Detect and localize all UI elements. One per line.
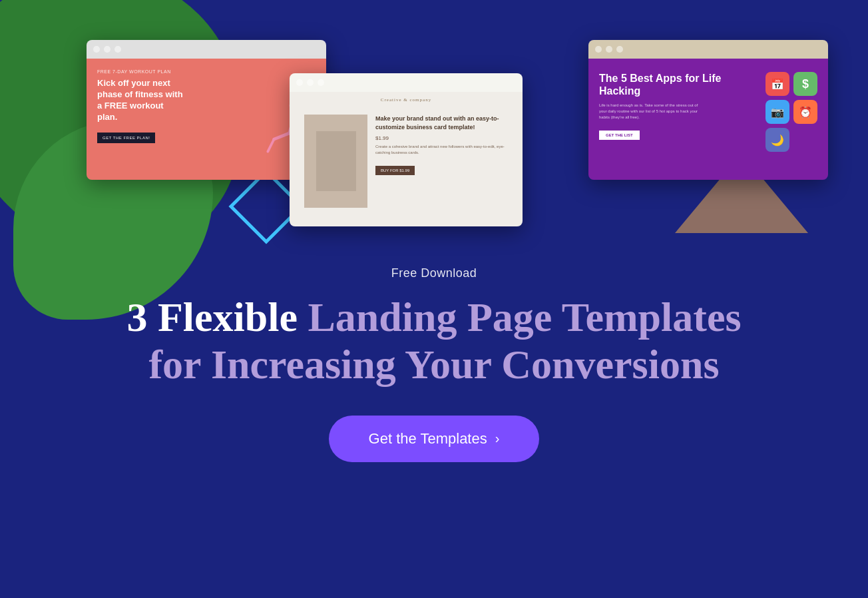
browser-mockups-container: FREE 7-DAY WORKOUT PLAN Kick off your ne…: [0, 0, 868, 253]
fitness-cta-button: GET THE FREE PLAN!: [97, 133, 155, 143]
apps-title: The 5 Best Apps for Life Hacking: [599, 72, 752, 97]
browser-dot-9: [616, 46, 623, 53]
browser-titlebar-business: [290, 73, 523, 92]
app-icon-alarm: ⏰: [793, 100, 817, 124]
browser-apps-content: The 5 Best Apps for Life Hacking Life is…: [588, 59, 828, 180]
main-content: FREE 7-DAY WORKOUT PLAN Kick off your ne…: [0, 0, 868, 598]
browser-business-content: Creative & company Make your brand stand…: [290, 92, 523, 226]
cta-chevron-icon: ›: [495, 431, 500, 446]
apps-subtitle: Life is hard enough as is. Take some of …: [599, 103, 706, 121]
business-price: $1.99: [375, 135, 508, 141]
free-download-label: Free Download: [126, 266, 741, 280]
heading-part2-highlighted: Landing Page Templates: [308, 294, 741, 340]
business-brand: Creative & company: [290, 97, 523, 103]
browser-dot-5: [307, 79, 314, 86]
apps-cta-button: GET THE LIST: [599, 131, 640, 140]
business-card-inner: [316, 131, 356, 191]
browser-dot-3: [114, 46, 121, 53]
browser-dot-7: [595, 46, 602, 53]
main-heading: 3 Flexible Landing Page Templates for In…: [126, 294, 741, 389]
browser-dot-2: [104, 46, 110, 53]
business-buy-button: BUY FOR $1.99: [375, 166, 415, 175]
app-icon-calendar: 📅: [765, 72, 789, 96]
browser-dot-4: [296, 79, 303, 86]
svg-line-2: [274, 133, 290, 139]
browser-dot-8: [606, 46, 612, 53]
fitness-sublabel: FREE 7-DAY WORKOUT PLAN: [97, 69, 316, 74]
business-card-preview: [304, 115, 367, 208]
browser-dot-6: [318, 79, 324, 86]
app-icon-moon: 🌙: [765, 128, 789, 152]
business-card-text-area: Make your brand stand out with an easy-t…: [375, 115, 508, 216]
apps-icons-grid: 📅 $ 📷 ⏰ 🌙: [765, 72, 817, 152]
svg-line-4: [268, 139, 274, 151]
app-icon-dollar: $: [793, 72, 817, 96]
app-icon-camera: 📷: [765, 100, 789, 124]
browser-dot-1: [93, 46, 100, 53]
business-description: Create a cohesive brand and attract new …: [375, 144, 508, 156]
heading-part3: for Increasing Your Conversions: [148, 342, 719, 387]
cta-button-label: Get the Templates: [369, 430, 487, 448]
text-section: Free Download 3 Flexible Landing Page Te…: [60, 266, 807, 462]
browser-titlebar-fitness: [87, 40, 326, 59]
fitness-title: Kick off your next phase of fitness with…: [97, 78, 184, 123]
browser-titlebar-apps: [588, 40, 828, 59]
get-templates-button[interactable]: Get the Templates ›: [329, 416, 540, 462]
heading-part1: 3 Flexible: [126, 294, 308, 340]
business-headline: Make your brand stand out with an easy-t…: [375, 115, 508, 131]
browser-mockup-apps: The 5 Best Apps for Life Hacking Life is…: [588, 40, 828, 180]
apps-text-area: The 5 Best Apps for Life Hacking Life is…: [599, 72, 752, 140]
browser-mockup-business: Creative & company Make your brand stand…: [290, 73, 523, 226]
